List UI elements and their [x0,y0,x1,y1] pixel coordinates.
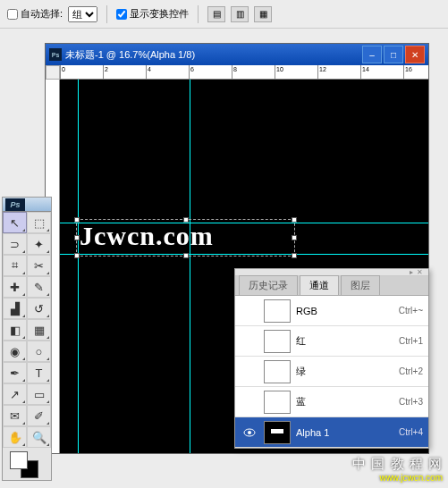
channel-shortcut: Ctrl+2 [399,366,423,376]
align-icon[interactable]: ▤ [207,6,225,22]
align-icon[interactable]: ▦ [254,6,272,22]
watermark-text: 中 国 教 程 网 [352,456,443,473]
shape-tool[interactable]: ▭ [27,383,51,405]
panel-menu-icon[interactable]: ▸ [410,268,413,276]
ruler-tick: 16 [403,65,404,80]
document-title: 未标题-1 @ 16.7%(Alpha 1/8) [65,48,195,62]
transform-handle[interactable] [292,217,297,223]
eyedropper-tool[interactable]: ✐ [27,405,51,426]
hand-tool[interactable]: ✋ [3,426,27,448]
channel-row[interactable]: 蓝Ctrl+3 [235,387,428,417]
divider [198,5,199,23]
align-icon[interactable]: ▥ [231,6,249,22]
marquee-tool[interactable]: ⬚ [27,212,51,233]
channel-shortcut: Ctrl+3 [399,397,423,407]
dodge-tool[interactable]: ○ [27,341,51,362]
ruler-tick: 10 [275,65,275,80]
foreground-color-swatch[interactable] [10,451,28,469]
toolbox-panel: Ps ↖⬚⊃✦⌗✂✚✎▟↺◧▦◉○✒T↗▭✉✐✋🔍 [2,197,52,481]
guide-vertical[interactable] [78,80,79,453]
maximize-button[interactable]: □ [384,46,403,63]
transform-handle[interactable] [74,253,80,258]
lasso-tool[interactable]: ⊃ [3,233,27,255]
wand-tool[interactable]: ✦ [27,233,51,255]
transform-handle[interactable] [292,253,297,258]
ps-logo-icon: Ps [5,198,25,211]
channel-thumbnail [264,299,291,323]
channel-name: 绿 [296,365,399,378]
channel-thumbnail [264,360,291,383]
channel-thumbnail [264,330,291,353]
transform-handle[interactable] [183,253,189,258]
show-transform-input[interactable] [116,9,127,20]
channel-list: RGBCtrl+~红Ctrl+1绿Ctrl+2蓝Ctrl+3Alpha 1Ctr… [235,296,428,448]
channel-row[interactable]: 绿Ctrl+2 [235,357,428,387]
watermark: 中 国 教 程 网 www.jcwcn.com [352,456,443,483]
channel-shortcut: Ctrl+4 [399,427,423,437]
panel-tabs: 历史记录 通道 图层 [235,276,428,296]
brush-tool[interactable]: ✎ [27,276,51,298]
type-tool[interactable]: T [27,362,51,383]
ruler-origin[interactable] [46,65,60,80]
ruler-tick: 8 [232,65,232,80]
guide-vertical[interactable] [190,80,190,453]
close-button[interactable]: ✕ [405,46,425,63]
ruler-tick: 2 [103,65,104,80]
channel-name: RGB [296,306,399,316]
ruler-tick: 4 [146,65,147,80]
color-swatches[interactable] [3,448,51,480]
ruler-tick: 14 [360,65,361,80]
tab-layers[interactable]: 图层 [341,275,380,295]
channel-thumbnail [264,391,291,414]
channel-shortcut: Ctrl+~ [399,306,423,316]
toolbox-header[interactable]: Ps [3,198,51,212]
move-tool[interactable]: ↖ [3,212,27,233]
ruler-tick: 12 [317,65,318,80]
channel-name: 蓝 [296,395,399,408]
crop-tool[interactable]: ⌗ [3,255,27,276]
svg-point-1 [248,431,251,434]
watermark-url: www.jcwcn.com [352,473,443,483]
tab-history[interactable]: 历史记录 [239,275,298,295]
channel-row[interactable]: RGBCtrl+~ [235,296,428,326]
titlebar[interactable]: Ps 未标题-1 @ 16.7%(Alpha 1/8) – □ ✕ [46,44,428,65]
minimize-button[interactable]: – [362,46,382,63]
zoom-tool[interactable]: 🔍 [27,426,51,448]
auto-select-label: 自动选择: [21,7,63,21]
channel-row[interactable]: 红Ctrl+1 [235,326,428,357]
show-transform-label: 显示变换控件 [130,7,189,21]
healing-tool[interactable]: ✚ [3,276,27,298]
channel-shortcut: Ctrl+1 [399,336,423,346]
horizontal-ruler[interactable]: 0246810121416 [60,65,428,80]
pen-tool[interactable]: ✒ [3,362,27,383]
visibility-toggle[interactable] [241,428,258,437]
auto-select-checkbox[interactable]: 自动选择: [7,7,63,21]
history-brush-tool[interactable]: ↺ [27,298,51,319]
notes-tool[interactable]: ✉ [3,405,27,426]
blur-tool[interactable]: ◉ [3,341,27,362]
channel-row[interactable]: Alpha 1Ctrl+4 [235,417,428,448]
tab-channels[interactable]: 通道 [300,275,339,295]
ruler-tick: 0 [60,65,61,80]
divider [106,5,107,23]
channel-thumbnail [264,421,291,444]
stamp-tool[interactable]: ▟ [3,298,27,319]
panel-close-icon[interactable]: ✕ [417,268,423,276]
ps-doc-icon: Ps [49,48,62,61]
gradient-tool[interactable]: ▦ [27,319,51,341]
ruler-tick: 6 [189,65,190,80]
canvas-text-layer[interactable]: Jcwcn.com [80,221,214,251]
show-transform-checkbox[interactable]: 显示变换控件 [116,7,189,21]
channel-name: 红 [296,334,399,348]
eraser-tool[interactable]: ◧ [3,319,27,341]
channel-name: Alpha 1 [296,427,399,438]
transform-handle[interactable] [292,235,297,240]
slice-tool[interactable]: ✂ [27,255,51,276]
path-tool[interactable]: ↗ [3,383,27,405]
options-bar: 自动选择: 组 显示变换控件 ▤ ▥ ▦ [0,0,448,29]
channels-panel: ▸ ✕ 历史记录 通道 图层 RGBCtrl+~红Ctrl+1绿Ctrl+2蓝C… [234,268,429,449]
auto-select-mode[interactable]: 组 [68,6,97,22]
auto-select-input[interactable] [7,9,18,20]
